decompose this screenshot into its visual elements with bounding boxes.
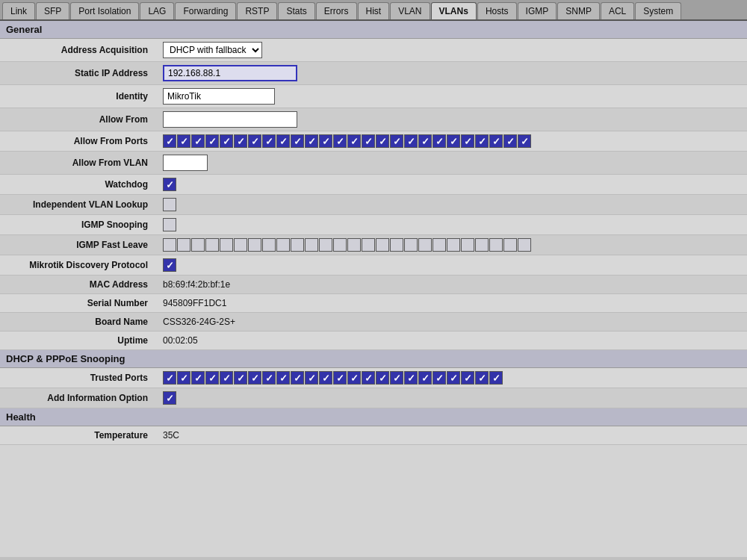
igmp-fast-leave-cb-3[interactable] — [205, 238, 219, 252]
tab-snmp[interactable]: SNMP — [557, 2, 600, 19]
igmp-fast-leave-cb-16[interactable] — [390, 238, 403, 252]
trusted-port-cb-2[interactable] — [191, 371, 205, 385]
watchdog-checkbox[interactable] — [163, 178, 176, 191]
allow-from-port-cb-9[interactable] — [291, 134, 304, 148]
allow-from-port-cb-8[interactable] — [276, 134, 290, 148]
igmp-fast-leave-cb-24[interactable] — [503, 238, 517, 252]
allow-from-port-cb-6[interactable] — [248, 134, 261, 148]
mikrotik-discovery-checkbox[interactable] — [163, 258, 176, 272]
independent-vlan-checkbox[interactable] — [163, 198, 176, 211]
trusted-port-cb-12[interactable] — [333, 371, 347, 385]
trusted-port-cb-18[interactable] — [418, 371, 432, 385]
allow-from-port-cb-23[interactable] — [489, 134, 503, 148]
trusted-port-cb-8[interactable] — [276, 371, 290, 385]
trusted-port-cb-14[interactable] — [362, 371, 375, 385]
identity-input[interactable] — [163, 88, 275, 105]
tab-vlans[interactable]: VLANs — [431, 2, 477, 19]
allow-from-port-cb-18[interactable] — [418, 134, 432, 148]
igmp-fast-leave-cb-10[interactable] — [305, 238, 318, 252]
tab-hosts[interactable]: Hosts — [477, 2, 517, 19]
igmp-fast-leave-cb-2[interactable] — [191, 238, 205, 252]
igmp-fast-leave-cb-4[interactable] — [220, 238, 233, 252]
trusted-port-cb-21[interactable] — [461, 371, 474, 385]
trusted-port-cb-20[interactable] — [447, 371, 460, 385]
igmp-fast-leave-cb-21[interactable] — [461, 238, 474, 252]
allow-from-port-cb-7[interactable] — [262, 134, 276, 148]
static-ip-input[interactable] — [163, 65, 297, 81]
allow-from-port-cb-19[interactable] — [433, 134, 446, 148]
trusted-port-cb-13[interactable] — [347, 371, 361, 385]
igmp-fast-leave-cb-20[interactable] — [447, 238, 460, 252]
tab-stats[interactable]: Stats — [278, 2, 314, 19]
address-acquisition-select[interactable]: DHCP with fallback Static DHCP — [163, 42, 262, 58]
allow-from-port-cb-0[interactable] — [163, 134, 176, 148]
igmp-fast-leave-cb-9[interactable] — [291, 238, 304, 252]
trusted-port-cb-10[interactable] — [305, 371, 318, 385]
igmp-fast-leave-cb-6[interactable] — [248, 238, 261, 252]
allow-from-vlan-input[interactable] — [163, 155, 208, 171]
trusted-port-cb-5[interactable] — [234, 371, 247, 385]
trusted-port-cb-16[interactable] — [390, 371, 403, 385]
trusted-port-cb-9[interactable] — [291, 371, 304, 385]
add-info-option-checkbox[interactable] — [163, 391, 176, 405]
allow-from-port-cb-17[interactable] — [404, 134, 418, 148]
tab-port-isolation[interactable]: Port Isolation — [70, 2, 139, 19]
tab-rstp[interactable]: RSTP — [237, 2, 277, 19]
tab-link[interactable]: Link — [2, 2, 35, 19]
tab-lag[interactable]: LAG — [140, 2, 174, 19]
igmp-fast-leave-cb-11[interactable] — [319, 238, 332, 252]
igmp-fast-leave-cb-1[interactable] — [177, 238, 190, 252]
allow-from-port-cb-3[interactable] — [205, 134, 219, 148]
allow-from-port-cb-24[interactable] — [503, 134, 517, 148]
allow-from-port-cb-12[interactable] — [333, 134, 347, 148]
allow-from-port-cb-13[interactable] — [347, 134, 361, 148]
allow-from-port-cb-25[interactable] — [518, 134, 531, 148]
allow-from-port-cb-22[interactable] — [475, 134, 489, 148]
tab-vlan[interactable]: VLAN — [390, 2, 430, 19]
allow-from-port-cb-21[interactable] — [461, 134, 474, 148]
allow-from-port-cb-11[interactable] — [319, 134, 332, 148]
tab-system[interactable]: System — [635, 2, 681, 19]
tab-acl[interactable]: ACL — [601, 2, 634, 19]
tab-forwarding[interactable]: Forwarding — [175, 2, 236, 19]
tab-igmp[interactable]: IGMP — [518, 2, 557, 19]
igmp-fast-leave-cb-0[interactable] — [163, 238, 176, 252]
allow-from-port-cb-2[interactable] — [191, 134, 205, 148]
allow-from-port-cb-5[interactable] — [234, 134, 247, 148]
igmp-fast-leave-cb-25[interactable] — [518, 238, 531, 252]
trusted-port-cb-7[interactable] — [262, 371, 276, 385]
igmp-fast-leave-cb-22[interactable] — [475, 238, 489, 252]
allow-from-port-cb-16[interactable] — [390, 134, 403, 148]
igmp-fast-leave-cb-13[interactable] — [347, 238, 361, 252]
trusted-port-cb-6[interactable] — [248, 371, 261, 385]
trusted-port-cb-3[interactable] — [205, 371, 219, 385]
allow-from-port-cb-15[interactable] — [376, 134, 389, 148]
tab-sfp[interactable]: SFP — [36, 2, 69, 19]
igmp-fast-leave-cb-23[interactable] — [489, 238, 503, 252]
trusted-port-cb-4[interactable] — [220, 371, 233, 385]
igmp-fast-leave-cb-14[interactable] — [362, 238, 375, 252]
igmp-fast-leave-cb-8[interactable] — [276, 238, 290, 252]
trusted-port-cb-15[interactable] — [376, 371, 389, 385]
igmp-fast-leave-cb-18[interactable] — [418, 238, 432, 252]
trusted-port-cb-17[interactable] — [404, 371, 418, 385]
igmp-fast-leave-cb-19[interactable] — [433, 238, 446, 252]
trusted-port-cb-11[interactable] — [319, 371, 332, 385]
allow-from-input[interactable] — [163, 111, 297, 128]
tab-hist[interactable]: Hist — [358, 2, 390, 19]
trusted-port-cb-22[interactable] — [475, 371, 489, 385]
igmp-fast-leave-cb-17[interactable] — [404, 238, 418, 252]
allow-from-port-cb-14[interactable] — [362, 134, 375, 148]
allow-from-port-cb-4[interactable] — [220, 134, 233, 148]
allow-from-port-cb-20[interactable] — [447, 134, 460, 148]
igmp-fast-leave-cb-7[interactable] — [262, 238, 276, 252]
allow-from-port-cb-1[interactable] — [177, 134, 190, 148]
igmp-fast-leave-cb-15[interactable] — [376, 238, 389, 252]
allow-from-port-cb-10[interactable] — [305, 134, 318, 148]
igmp-fast-leave-cb-12[interactable] — [333, 238, 347, 252]
igmp-snooping-checkbox[interactable] — [163, 218, 176, 231]
trusted-port-cb-0[interactable] — [163, 371, 176, 385]
trusted-port-cb-19[interactable] — [433, 371, 446, 385]
igmp-fast-leave-cb-5[interactable] — [234, 238, 247, 252]
trusted-port-cb-23[interactable] — [489, 371, 503, 385]
